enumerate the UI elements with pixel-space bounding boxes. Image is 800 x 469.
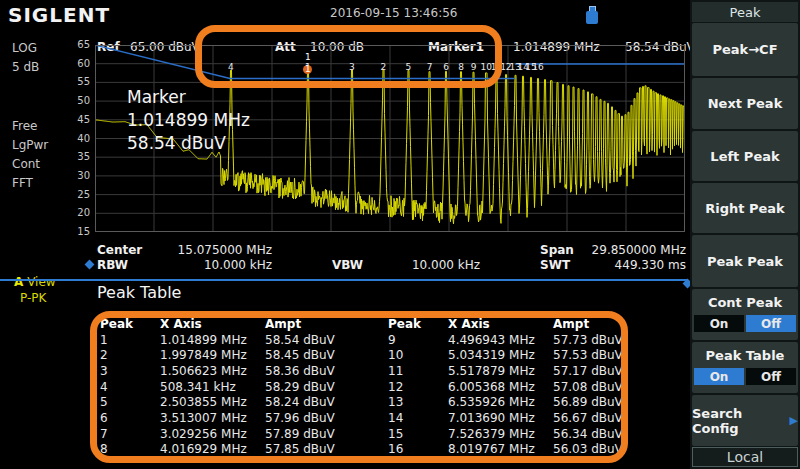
- softkey-panel: Peak Peak→CF Next Peak Left Peak Right P…: [690, 0, 800, 469]
- status-scale: 5 dB: [12, 60, 39, 74]
- peak-number-label: 16: [532, 62, 543, 72]
- spectrum-analyzer-screen: SIGLENT 2016-09-15 13:46:56 LOG 5 dB Fre…: [0, 0, 800, 469]
- detector-label: P-PK: [20, 291, 46, 305]
- status-trigger: Free: [12, 119, 37, 133]
- status-fft: FFT: [12, 176, 33, 190]
- usb-icon: [586, 6, 598, 24]
- peak-to-cf-button[interactable]: Peak→CF: [692, 23, 798, 76]
- table-row: 73.029256 MHz57.89 dBuV: [100, 426, 375, 442]
- cont-peak-off-toggle[interactable]: Off: [746, 315, 796, 332]
- y-tick-label: 15: [68, 226, 90, 237]
- separator-line: [0, 279, 688, 281]
- y-tick-label: 55: [68, 76, 90, 87]
- table-row: 147.013690 MHz56.67 dBuV: [388, 410, 663, 426]
- peak-number-label: 6: [443, 62, 449, 72]
- status-lgpwr: LgPwr: [12, 138, 48, 152]
- peak-number-label: 3: [349, 62, 355, 72]
- cont-peak-label: Cont Peak: [708, 295, 782, 310]
- siglent-logo: SIGLENT: [8, 3, 110, 27]
- table-row: 105.034319 MHz57.53 dBuV: [388, 347, 663, 363]
- marker-info-readout: Marker 1.014899 MHz 58.54 dBuV: [127, 86, 250, 155]
- table-row: 4508.341 kHz58.29 dBuV: [100, 379, 375, 395]
- table-row: 115.517879 MHz57.17 dBuV: [388, 363, 663, 379]
- left-peak-button[interactable]: Left Peak: [692, 131, 798, 181]
- y-tick-label: 20: [68, 207, 90, 218]
- y-tick-label: 50: [68, 95, 90, 106]
- menu-title: Peak: [692, 2, 798, 22]
- peak-number-label: 2: [380, 62, 386, 72]
- vbw-value: 10.000 kHz: [360, 258, 480, 272]
- span-value: 29.850000 MHz: [564, 243, 686, 257]
- y-tick-label: 25: [68, 189, 90, 200]
- marker1-top-number: 1: [305, 52, 311, 62]
- peak-number-label: 8: [458, 62, 464, 72]
- right-peak-button[interactable]: Right Peak: [692, 183, 798, 233]
- table-header-row: PeakX AxisAmpt: [100, 316, 375, 332]
- peak-table-button[interactable]: Peak Table On Off: [692, 342, 798, 393]
- table-row: 168.019767 MHz56.03 dBuV: [388, 442, 663, 458]
- cont-peak-button[interactable]: Cont Peak On Off: [692, 289, 798, 340]
- table-row: 21.997849 MHz58.45 dBuV: [100, 347, 375, 363]
- peak-number-label: 5: [406, 62, 412, 72]
- next-peak-button[interactable]: Next Peak: [692, 78, 798, 129]
- swt-value: 449.330 ms: [564, 258, 686, 272]
- peak-table-title: Peak Table: [97, 283, 181, 302]
- y-tick-label: 30: [68, 170, 90, 181]
- center-value: 15.075000 MHz: [150, 243, 272, 257]
- rbw-label: RBW: [97, 258, 128, 272]
- marker1-dot-number: 1: [305, 64, 311, 74]
- local-button[interactable]: Local: [692, 447, 798, 467]
- table-row: 84.016929 MHz57.85 dBuV: [100, 442, 375, 458]
- trace-a-view-label: A View: [14, 275, 56, 289]
- vbw-label: VBW: [332, 258, 363, 272]
- peak-number-label: 7: [427, 62, 433, 72]
- datetime-label: 2016-09-15 13:46:56: [330, 6, 457, 20]
- peak-table-label: Peak Table: [706, 348, 785, 363]
- table-row: 126.005368 MHz57.08 dBuV: [388, 379, 663, 395]
- y-tick-label: 35: [68, 151, 90, 162]
- table-row: 136.535926 MHz56.89 dBuV: [388, 394, 663, 410]
- peak-peak-button[interactable]: Peak Peak: [692, 235, 798, 287]
- table-row: 157.526379 MHz56.34 dBuV: [388, 426, 663, 442]
- table-row: 63.513007 MHz57.96 dBuV: [100, 410, 375, 426]
- y-tick-label: 45: [68, 114, 90, 125]
- search-config-button[interactable]: Search Config ▶: [692, 395, 798, 446]
- y-tick-label: 40: [68, 133, 90, 144]
- peak-table-off-toggle[interactable]: Off: [746, 368, 796, 385]
- cont-peak-on-toggle[interactable]: On: [694, 315, 744, 332]
- status-cont: Cont: [12, 157, 40, 171]
- marker-info-title: Marker: [127, 86, 250, 109]
- rbw-diamond-icon: [85, 260, 95, 270]
- peak-table-right: PeakX AxisAmpt94.496943 MHz57.73 dBuV105…: [388, 316, 663, 457]
- table-row: 94.496943 MHz57.73 dBuV: [388, 332, 663, 348]
- submenu-arrow-icon: ▶: [790, 414, 798, 427]
- peak-number-label: 9: [471, 62, 477, 72]
- table-header-row: PeakX AxisAmpt: [388, 316, 663, 332]
- rbw-value: 10.000 kHz: [150, 258, 272, 272]
- peak-table-on-toggle[interactable]: On: [694, 368, 744, 385]
- marker-info-freq: 1.014899 MHz: [127, 109, 250, 132]
- table-row: 52.503855 MHz58.24 dBuV: [100, 394, 375, 410]
- table-row: 31.506623 MHz58.36 dBuV: [100, 363, 375, 379]
- center-label: Center: [97, 243, 142, 257]
- y-tick-label: 60: [68, 58, 90, 69]
- y-tick-label: 65: [68, 39, 90, 50]
- table-row: 11.014899 MHz58.54 dBuV: [100, 332, 375, 348]
- search-config-label: Search Config: [692, 406, 784, 436]
- status-log: LOG: [12, 41, 37, 55]
- marker-info-ampl: 58.54 dBuV: [127, 132, 250, 155]
- peak-number-label: 4: [228, 62, 234, 72]
- peak-table-left: PeakX AxisAmpt11.014899 MHz58.54 dBuV21.…: [100, 316, 375, 457]
